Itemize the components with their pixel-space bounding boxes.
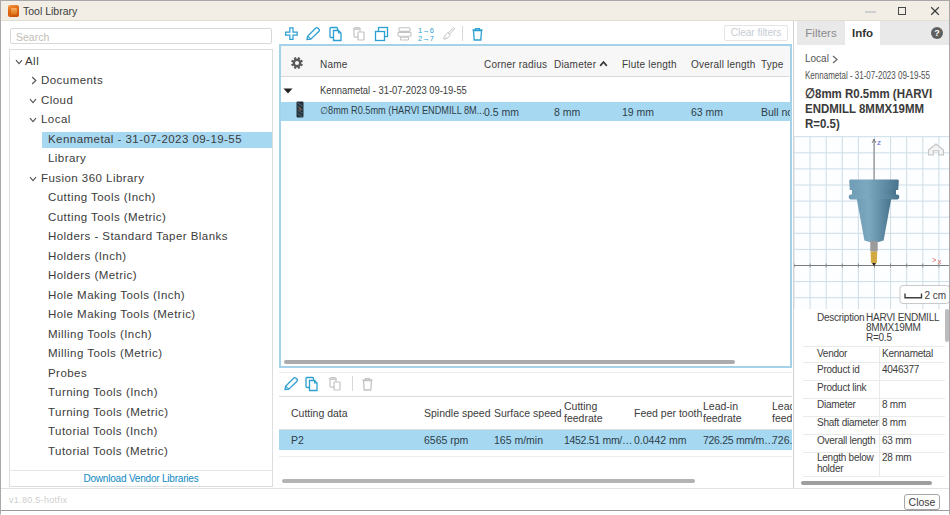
svg-text:2 cm: 2 cm <box>925 290 947 301</box>
svg-text:z: z <box>877 138 881 147</box>
svg-text:x: x <box>938 257 942 266</box>
svg-text:2→7: 2→7 <box>418 34 434 43</box>
